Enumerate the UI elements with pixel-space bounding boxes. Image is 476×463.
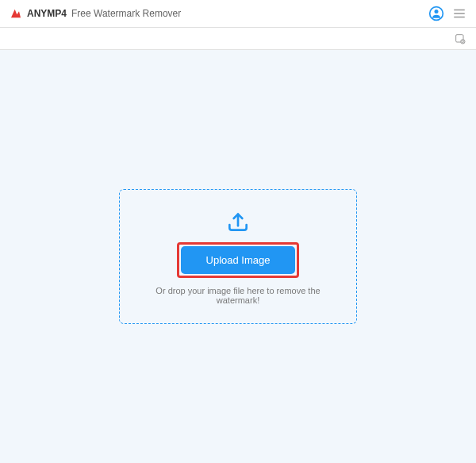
upload-icon <box>225 209 251 234</box>
main-inner: Upload Image Or drop your image file her… <box>11 61 465 452</box>
header: ANYMP4 Free Watermark Remover <box>0 0 476 28</box>
user-icon[interactable] <box>428 6 444 21</box>
main-area: Upload Image Or drop your image file her… <box>0 50 476 463</box>
upload-image-button[interactable]: Upload Image <box>181 246 296 274</box>
brand-logo-icon <box>10 7 22 20</box>
upload-dropzone[interactable]: Upload Image Or drop your image file her… <box>119 189 357 324</box>
header-right <box>428 6 466 21</box>
settings-icon[interactable] <box>454 33 466 45</box>
upload-button-highlight: Upload Image <box>177 242 300 278</box>
brand: ANYMP4 Free Watermark Remover <box>10 7 181 20</box>
hamburger-menu-icon[interactable] <box>452 6 466 21</box>
brand-name: ANYMP4 <box>27 8 67 19</box>
svg-point-1 <box>435 10 439 14</box>
toolbar <box>0 28 476 50</box>
brand-subtitle: Free Watermark Remover <box>71 8 181 19</box>
drop-instruction-text: Or drop your image file here to remove t… <box>136 286 340 305</box>
svg-point-6 <box>461 39 465 43</box>
